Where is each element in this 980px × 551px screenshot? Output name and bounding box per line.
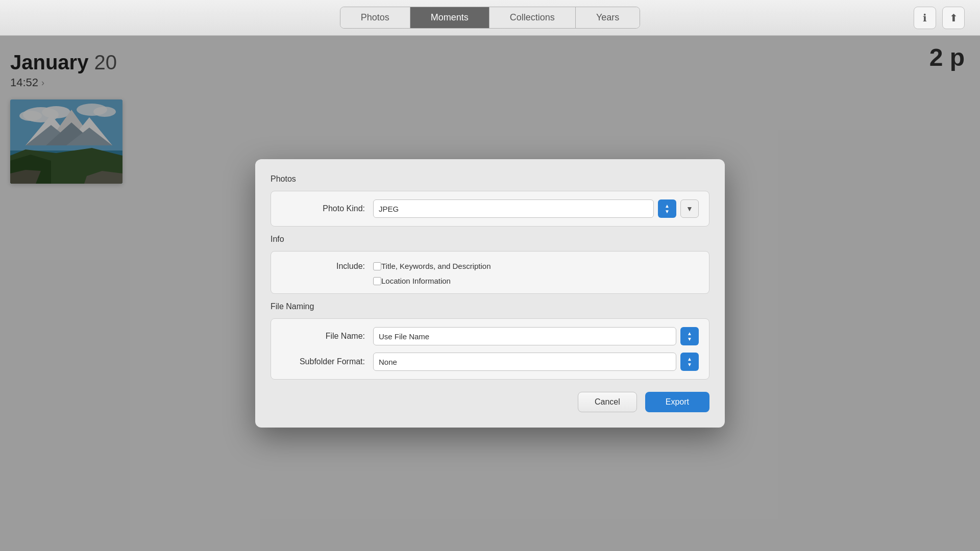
photo-kind-select-wrapper: JPEG ▲ ▼ ▼ xyxy=(373,199,699,218)
photo-kind-value: JPEG xyxy=(379,205,399,213)
file-name-stepper[interactable]: ▲ ▼ xyxy=(680,327,699,345)
file-naming-section-box: File Name: Use File Name ▲ ▼ Subfolder F… xyxy=(271,318,709,380)
subfolder-format-stepper[interactable]: ▲ ▼ xyxy=(680,353,699,371)
photo-kind-row: Photo Kind: JPEG ▲ ▼ ▼ xyxy=(281,199,699,218)
photo-kind-stepper[interactable]: ▲ ▼ xyxy=(658,199,676,218)
toolbar: Photos Moments Collections Years ℹ ⬆ xyxy=(0,0,980,36)
stepper-up-icon: ▲ xyxy=(687,357,692,362)
include-label: Include: xyxy=(281,262,373,271)
tab-photos[interactable]: Photos xyxy=(340,7,410,28)
photo-kind-select[interactable]: JPEG xyxy=(373,199,654,218)
share-icon: ⬆ xyxy=(949,12,958,24)
subfolder-format-row: Subfolder Format: None ▲ ▼ xyxy=(281,353,699,371)
stepper-down-icon: ▼ xyxy=(665,209,670,214)
file-name-value: Use File Name xyxy=(379,332,429,341)
share-button[interactable]: ⬆ xyxy=(942,7,965,29)
location-info-checkbox[interactable] xyxy=(373,277,381,285)
stepper-down-icon: ▼ xyxy=(687,362,692,367)
chevron-down-icon: ▼ xyxy=(686,205,693,213)
tab-moments[interactable]: Moments xyxy=(410,7,489,28)
checkbox-title-row: Title, Keywords, and Description xyxy=(373,262,491,270)
file-name-label: File Name: xyxy=(281,332,373,341)
file-name-select-wrapper: Use File Name ▲ ▼ xyxy=(373,327,699,345)
stepper-up-icon: ▲ xyxy=(665,204,670,209)
subfolder-format-select[interactable]: None xyxy=(373,353,676,371)
photo-kind-expand-btn[interactable]: ▼ xyxy=(680,199,699,218)
location-info-label: Location Information xyxy=(381,277,451,285)
tab-collections[interactable]: Collections xyxy=(489,7,576,28)
photos-section-box: Photo Kind: JPEG ▲ ▼ ▼ xyxy=(271,191,709,227)
stepper-down-icon: ▼ xyxy=(687,337,692,342)
info-section-title: Info xyxy=(271,235,709,244)
checkboxes-group: Title, Keywords, and Description Locatio… xyxy=(373,262,491,285)
file-name-select[interactable]: Use File Name xyxy=(373,327,676,345)
subfolder-format-select-wrapper: None ▲ ▼ xyxy=(373,353,699,371)
modal-overlay: Photos Photo Kind: JPEG ▲ ▼ ▼ xyxy=(0,36,980,551)
title-keywords-checkbox[interactable] xyxy=(373,262,381,270)
tab-years[interactable]: Years xyxy=(576,7,640,28)
photos-section-title: Photos xyxy=(271,174,709,184)
export-button[interactable]: Export xyxy=(645,392,709,412)
action-buttons: Cancel Export xyxy=(271,392,709,412)
subfolder-format-value: None xyxy=(379,358,397,366)
file-naming-section-title: File Naming xyxy=(271,302,709,311)
export-dialog: Photos Photo Kind: JPEG ▲ ▼ ▼ xyxy=(255,159,725,428)
file-name-row: File Name: Use File Name ▲ ▼ xyxy=(281,327,699,345)
info-section-box: Include: Title, Keywords, and Descriptio… xyxy=(271,251,709,294)
main-content: January 20 14:52 › xyxy=(0,36,980,551)
subfolder-format-label: Subfolder Format: xyxy=(281,357,373,366)
photo-kind-label: Photo Kind: xyxy=(281,204,373,213)
checkbox-location-row: Location Information xyxy=(373,277,491,285)
info-button[interactable]: ℹ xyxy=(914,7,936,29)
cancel-button[interactable]: Cancel xyxy=(578,392,637,412)
info-icon: ℹ xyxy=(923,12,927,24)
title-keywords-label: Title, Keywords, and Description xyxy=(381,262,491,270)
tab-group: Photos Moments Collections Years xyxy=(340,7,641,29)
include-row: Include: Title, Keywords, and Descriptio… xyxy=(281,260,699,285)
stepper-up-icon: ▲ xyxy=(687,331,692,336)
toolbar-right-buttons: ℹ ⬆ xyxy=(914,7,965,29)
